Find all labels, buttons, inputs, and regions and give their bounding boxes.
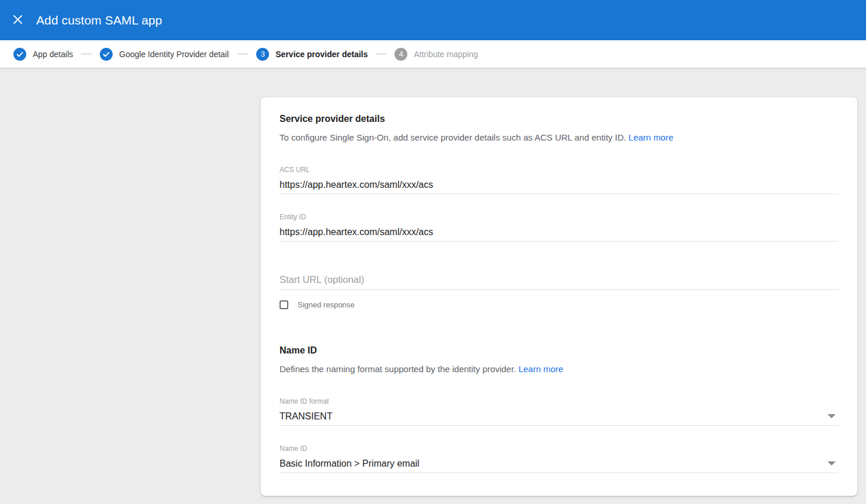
close-icon bbox=[13, 15, 23, 26]
name-id-value: Basic Information > Primary email bbox=[280, 459, 420, 468]
name-id-format-label: Name ID format bbox=[280, 397, 839, 405]
step-separator bbox=[376, 54, 386, 54]
section-description-text: To configure Single Sign-On, add service… bbox=[280, 132, 626, 142]
service-provider-card: Service provider details To configure Si… bbox=[261, 97, 857, 496]
signed-response-row: Signed response bbox=[280, 300, 839, 309]
entity-id-input[interactable] bbox=[280, 221, 839, 242]
dialog-title: Add custom SAML app bbox=[36, 13, 162, 27]
step-complete-icon bbox=[100, 48, 113, 61]
learn-more-link[interactable]: Learn more bbox=[518, 364, 563, 374]
step-google-idp-details[interactable]: Google Identity Provider details bbox=[100, 48, 229, 61]
appbar: Add custom SAML app bbox=[0, 0, 866, 40]
step-app-details[interactable]: App details bbox=[13, 48, 73, 61]
step-number-badge: 3 bbox=[256, 48, 269, 61]
name-id-label: Name ID bbox=[280, 444, 839, 453]
name-id-section: Name ID Defines the naming format suppor… bbox=[280, 345, 839, 473]
dropdown-arrow-icon bbox=[827, 414, 836, 418]
step-attribute-mapping: 4 Attribute mapping bbox=[394, 48, 478, 61]
acs-url-field-group: ACS URL bbox=[280, 166, 839, 194]
start-url-input[interactable] bbox=[280, 274, 839, 290]
learn-more-link[interactable]: Learn more bbox=[628, 132, 673, 142]
name-id-format-value: TRANSIENT bbox=[280, 411, 333, 421]
signed-response-checkbox[interactable] bbox=[280, 300, 288, 309]
step-label: Google Identity Provider details bbox=[119, 50, 229, 59]
start-url-field-group bbox=[280, 274, 839, 290]
name-id-format-select[interactable]: TRANSIENT bbox=[280, 405, 839, 426]
acs-url-label: ACS URL bbox=[280, 166, 839, 174]
section-description: Defines the naming format supported by t… bbox=[280, 364, 839, 374]
step-label: App details bbox=[33, 50, 73, 59]
step-service-provider-details[interactable]: 3 Service provider details bbox=[256, 48, 368, 61]
name-id-format-field-group: Name ID format TRANSIENT bbox=[280, 397, 839, 426]
signed-response-label: Signed response bbox=[298, 300, 355, 309]
entity-id-label: Entity ID bbox=[280, 213, 839, 221]
stepper: App details Google Identity Provider det… bbox=[0, 40, 866, 68]
entity-id-field-group: Entity ID bbox=[280, 213, 839, 242]
acs-url-input[interactable] bbox=[280, 174, 839, 194]
dropdown-arrow-icon bbox=[827, 461, 836, 466]
content-area: Service provider details To configure Si… bbox=[0, 68, 866, 504]
step-number-badge: 4 bbox=[394, 48, 407, 61]
step-complete-icon bbox=[13, 48, 26, 61]
section-description-text: Defines the naming format supported by t… bbox=[280, 364, 516, 374]
name-id-select[interactable]: Basic Information > Primary email bbox=[280, 453, 839, 473]
section-description: To configure Single Sign-On, add service… bbox=[280, 132, 839, 142]
section-heading-service-provider: Service provider details bbox=[280, 114, 839, 124]
close-button[interactable] bbox=[6, 9, 29, 32]
step-separator bbox=[81, 54, 92, 54]
name-id-field-group: Name ID Basic Information > Primary emai… bbox=[280, 444, 839, 473]
step-label: Service provider details bbox=[275, 50, 368, 59]
step-label: Attribute mapping bbox=[414, 50, 478, 59]
section-heading-name-id: Name ID bbox=[280, 345, 839, 356]
step-separator bbox=[238, 54, 248, 54]
